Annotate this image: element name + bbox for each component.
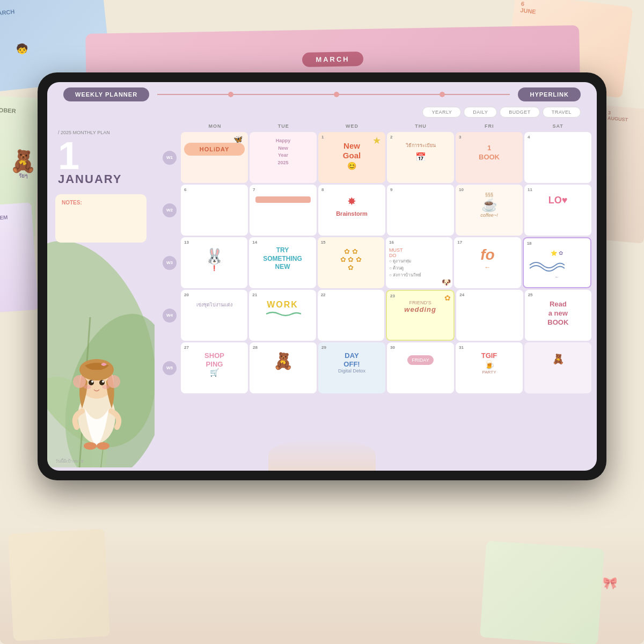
- svg-point-12: [84, 385, 91, 389]
- book-sticker: 1BOOK: [459, 144, 519, 162]
- svg-point-16: [84, 442, 97, 450]
- bottom-character-feet: [268, 438, 376, 471]
- day-off-text: DAYOFF!: [321, 352, 382, 368]
- month-header: / 2025 MONTHLY PLAN 1 JANUARY: [47, 122, 155, 189]
- week-label-4: W4: [160, 290, 179, 341]
- day-cell-24[interactable]: 24: [456, 290, 523, 341]
- day-cell-28-bear[interactable]: 28 🧸: [250, 342, 317, 393]
- bg-bottom-page-1: [8, 529, 110, 641]
- svg-point-9: [99, 380, 105, 385]
- hyperlink-button[interactable]: HYPERLINK: [518, 87, 581, 101]
- coffee-text: coffee~!: [459, 213, 519, 218]
- left-sidebar: / 2025 MONTHLY PLAN 1 JANUARY NOTES:: [47, 122, 155, 467]
- bear-sticker: 🧸: [253, 352, 313, 370]
- day-cell-29-dayoff[interactable]: 29 DAYOFF! Digital Detox: [318, 342, 385, 393]
- flower-stars: ✿ ✿✿ ✿ ✿✿: [321, 247, 381, 272]
- bg-character-corner: 🧒: [16, 43, 28, 55]
- read-book-text: Reada newBOOK: [528, 300, 588, 327]
- top-navigation: WEEKLY PLANNER HYPERLINK: [47, 82, 597, 107]
- day-3-num: 3: [459, 135, 519, 140]
- day-cell-17[interactable]: 17 fo ←: [454, 237, 521, 288]
- day-cell-13[interactable]: 13 🐰 ❗: [181, 237, 247, 288]
- day-cell-11[interactable]: 11 LO♥: [524, 185, 591, 236]
- checklist: ดูงานกทุ่ม ต้วนดู ส่งการบ้านวิทย์: [389, 258, 449, 279]
- tgif-text: TGIF: [459, 352, 519, 360]
- nav-line: [157, 94, 510, 95]
- day-header-thu: THU: [387, 122, 455, 130]
- digital-detox-text: Digital Detox: [321, 368, 382, 374]
- day-20-text: เข่งชุดไปงานแต่ง: [184, 302, 244, 309]
- week-badge-5: W5: [163, 361, 177, 375]
- nav-dot-2: [334, 92, 339, 97]
- weekly-planner-button[interactable]: WEEKLY PLANNER: [63, 87, 149, 101]
- wave-decoration: [527, 259, 565, 272]
- notes-label: NOTES:: [62, 200, 140, 206]
- day-cell-18[interactable]: 18 ⭐ ✿ ←: [523, 237, 591, 288]
- week-badge-2: W2: [163, 203, 177, 217]
- girl-illustration: [55, 323, 138, 451]
- day-2-text: วิธีการระเบียน: [390, 142, 451, 149]
- month-name: JANUARY: [58, 172, 144, 186]
- day-cell-23-wedding[interactable]: 23 FRIEND'S wedding ✿: [386, 290, 455, 341]
- svg-point-11: [102, 380, 104, 383]
- week-row-1: W1 HOLiDAY 🦋 HappyNewYear2025: [160, 132, 591, 183]
- svg-point-10: [91, 380, 93, 383]
- day-header-mon: MON: [181, 122, 248, 130]
- new-year-text: HappyNewYear2025: [253, 137, 313, 166]
- day-cell-14-try[interactable]: 14 TRYSOMETHINGNEW: [249, 237, 316, 288]
- character-left-1: 🧸 รัยๆ: [3, 150, 43, 209]
- day-cell-2[interactable]: 2 วิธีการระเบียน 📅: [387, 132, 454, 183]
- day-cell-8-brainstorm[interactable]: 8 ✸ Brainstorm: [318, 185, 385, 236]
- week-badge-1: W1: [163, 151, 177, 165]
- day-cell-31-tgif[interactable]: 31 TGIF 🍺 PARTY: [456, 342, 523, 393]
- day-cell-21-work[interactable]: 21 WORK: [249, 290, 316, 341]
- svg-point-15: [107, 375, 120, 388]
- day-cell-7[interactable]: 7: [250, 185, 317, 236]
- day-cell-15[interactable]: 15 ✿ ✿✿ ✿ ✿✿: [318, 237, 384, 288]
- day-cell-30[interactable]: 30 FRIDAY: [387, 342, 454, 393]
- day-cell-4[interactable]: 4: [524, 132, 591, 183]
- shopping-text: SHOPPING: [184, 352, 245, 368]
- bunny-sticker: 🐰: [184, 247, 244, 265]
- month-number: 1: [58, 136, 144, 175]
- day-cell-22[interactable]: 22: [318, 290, 384, 341]
- day-cell-new-year[interactable]: HappyNewYear2025: [250, 132, 317, 183]
- wedding-text: wedding: [390, 305, 450, 313]
- day-cell-25-read[interactable]: 25 Reada newBOOK: [525, 290, 591, 341]
- week-label-5: W5: [160, 342, 179, 393]
- fo-sticker: fo: [457, 246, 517, 264]
- svg-point-14: [73, 375, 86, 388]
- budget-tab[interactable]: BUDGET: [500, 107, 540, 118]
- day-cell-holiday[interactable]: HOLiDAY 🦋: [181, 132, 248, 183]
- day-cell-10[interactable]: 10 §§§ ☕ coffee~!: [456, 185, 523, 236]
- week-badge-4: W4: [163, 309, 177, 323]
- day-header-wed: WED: [319, 122, 386, 130]
- day-cell-20[interactable]: 20 เข่งชุดไปงานแต่ง: [181, 290, 247, 341]
- work-text: WORK: [252, 300, 312, 310]
- svg-point-17: [97, 442, 109, 450]
- week-row-4: W4 20 เข่งชุดไปงานแต่ง 21 WORK: [160, 290, 591, 341]
- pink-banner: [255, 196, 311, 203]
- daily-tab[interactable]: DAILY: [464, 107, 497, 118]
- tablet-screen: WEEKLY PLANNER HYPERLINK YEARLY DAILY BU…: [47, 82, 597, 471]
- yearly-tab[interactable]: YEARLY: [422, 107, 461, 118]
- day-cell-3[interactable]: 3 1BOOK: [456, 132, 523, 183]
- day-4-num: 4: [528, 135, 588, 140]
- nav-dot-1: [228, 92, 233, 97]
- day-cell-9[interactable]: 9: [387, 185, 454, 236]
- day-cell-empty-end[interactable]: 🧸: [524, 342, 591, 393]
- day-headers: MON TUE WED THU FRI SAT: [160, 122, 591, 130]
- day-header-sat: SAT: [524, 122, 591, 130]
- day-cell-16[interactable]: 16 MUSTDO ดูงานกทุ่ม ต้วนดู ส่งการบ้านวิ…: [386, 237, 452, 288]
- day-cell-27-shopping[interactable]: 27 SHOPPING 🛒: [181, 342, 248, 393]
- day-cell-new-goal[interactable]: 1 NewGoal ★ 😊: [318, 132, 385, 183]
- travel-tab[interactable]: TRAVEL: [543, 107, 581, 118]
- notes-area: NOTES:: [55, 194, 147, 243]
- nav-dot-3: [440, 92, 445, 97]
- calendar-area: MON TUE WED THU FRI SAT W1 HOLiDAY: [155, 122, 597, 467]
- day-header-fri: FRI: [456, 122, 523, 130]
- day-cell-6[interactable]: 6: [181, 185, 248, 236]
- week-row-3: W3 13 🐰 ❗ 14 TRYSOMETHINGNEW: [160, 237, 591, 288]
- main-content: / 2025 MONTHLY PLAN 1 JANUARY NOTES:: [47, 122, 597, 467]
- week-row-5: W5 27 SHOPPING 🛒 28 🧸 29: [160, 342, 591, 393]
